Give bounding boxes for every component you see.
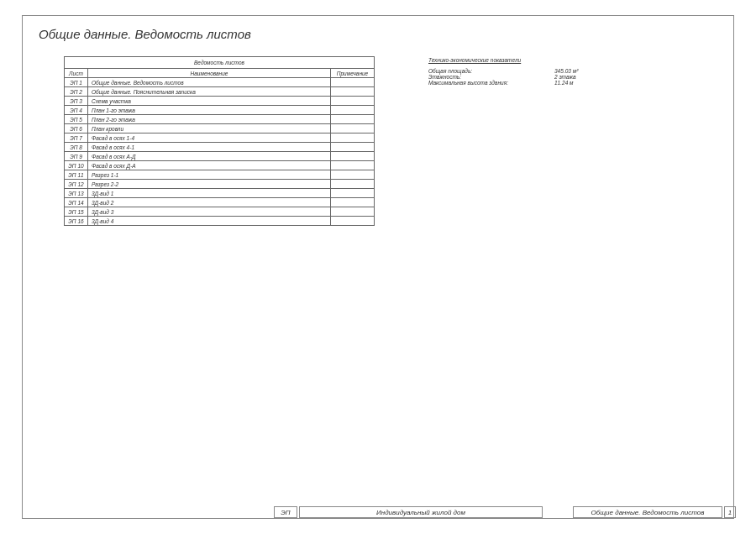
- cell-num: ЭП 7: [65, 134, 88, 143]
- cell-name: Разрез 2-2: [87, 180, 330, 189]
- table-row: ЭП 10Фасад в осях Д-А: [65, 161, 375, 170]
- cell-note: [331, 161, 375, 170]
- tech-indicators: Технико-экономические показатели Общая п…: [428, 57, 605, 86]
- footer-page: 1: [724, 506, 736, 518]
- cell-num: ЭП 14: [65, 198, 88, 207]
- table-row: ЭП 11Разрез 1-1: [65, 170, 375, 180]
- tech-row: Максимальная высота здания:11.24 м: [428, 80, 605, 86]
- cell-note: [331, 134, 375, 143]
- cell-name: План 1-го этажа: [87, 106, 330, 115]
- cell-num: ЭП 5: [65, 115, 88, 124]
- cell-note: [331, 115, 375, 124]
- table-row: ЭП 8Фасад в осях 4-1: [65, 143, 375, 152]
- tech-label: Максимальная высота здания:: [428, 80, 554, 86]
- table-header-row: Лист Наименование Примечание: [65, 69, 375, 78]
- col-header-note: Примечание: [331, 69, 375, 78]
- table-row: ЭП 3Схема участка: [65, 97, 375, 106]
- cell-note: [331, 143, 375, 152]
- cell-name: План кровли: [87, 124, 330, 134]
- col-header-name: Наименование: [87, 69, 330, 78]
- cell-note: [331, 189, 375, 198]
- cell-num: ЭП 8: [65, 143, 88, 152]
- tech-label: Этажность:: [428, 74, 554, 80]
- cell-note: [331, 78, 375, 87]
- tech-title: Технико-экономические показатели: [428, 57, 605, 63]
- cell-name: Разрез 1-1: [87, 170, 330, 180]
- col-header-num: Лист: [65, 69, 88, 78]
- cell-num: ЭП 12: [65, 180, 88, 189]
- tech-value: 345.03 м²: [554, 68, 605, 74]
- cell-note: [331, 106, 375, 115]
- cell-name: Общие данные. Пояснительная записка: [87, 87, 330, 97]
- cell-name: Общие данные. Ведомость листов: [87, 78, 330, 87]
- tech-value: 2 этажа: [554, 74, 605, 80]
- tech-value: 11.24 м: [554, 80, 605, 86]
- cell-num: ЭП 10: [65, 161, 88, 170]
- table-row: ЭП 2Общие данные. Пояснительная записка: [65, 87, 375, 97]
- cell-name: Фасад в осях Д-А: [87, 161, 330, 170]
- cell-name: 3Д-вид 4: [87, 217, 330, 226]
- cell-note: [331, 97, 375, 106]
- sheet-list-table: Ведомость листов Лист Наименование Приме…: [64, 56, 375, 226]
- cell-num: ЭП 6: [65, 124, 88, 134]
- table-caption-row: Ведомость листов: [65, 57, 375, 69]
- table-row: ЭП 4План 1-го этажа: [65, 106, 375, 115]
- cell-name: План 2-го этажа: [87, 115, 330, 124]
- table-row: ЭП 163Д-вид 4: [65, 217, 375, 226]
- tech-row: Этажность:2 этажа: [428, 74, 605, 80]
- title-block-footer: ЭП Индивидуальный жилой дом Общие данные…: [0, 506, 756, 518]
- table-caption: Ведомость листов: [65, 57, 375, 69]
- table-row: ЭП 7Фасад в осях 1-4: [65, 134, 375, 143]
- cell-num: ЭП 2: [65, 87, 88, 97]
- table-row: ЭП 9Фасад в осях А-Д: [65, 152, 375, 161]
- table-row: ЭП 1Общие данные. Ведомость листов: [65, 78, 375, 87]
- cell-note: [331, 180, 375, 189]
- cell-num: ЭП 1: [65, 78, 88, 87]
- table-row: ЭП 133Д-вид 1: [65, 189, 375, 198]
- table-row: ЭП 143Д-вид 2: [65, 198, 375, 207]
- cell-name: 3Д-вид 1: [87, 189, 330, 198]
- page-title: Общие данные. Ведомость листов: [39, 27, 251, 41]
- cell-num: ЭП 9: [65, 152, 88, 161]
- cell-note: [331, 124, 375, 134]
- table-row: ЭП 12Разрез 2-2: [65, 180, 375, 189]
- tech-row: Общая площадь:345.03 м²: [428, 68, 605, 74]
- cell-note: [331, 207, 375, 217]
- cell-note: [331, 198, 375, 207]
- cell-note: [331, 170, 375, 180]
- cell-name: Фасад в осях 4-1: [87, 143, 330, 152]
- cell-name: 3Д-вид 3: [87, 207, 330, 217]
- cell-num: ЭП 13: [65, 189, 88, 198]
- cell-name: Фасад в осях А-Д: [87, 152, 330, 161]
- table-row: ЭП 153Д-вид 3: [65, 207, 375, 217]
- cell-num: ЭП 15: [65, 207, 88, 217]
- footer-sheet-name: Общие данные. Ведомость листов: [573, 506, 722, 518]
- cell-note: [331, 217, 375, 226]
- cell-num: ЭП 16: [65, 217, 88, 226]
- cell-note: [331, 152, 375, 161]
- cell-num: ЭП 4: [65, 106, 88, 115]
- table-row: ЭП 6План кровли: [65, 124, 375, 134]
- table-row: ЭП 5План 2-го этажа: [65, 115, 375, 124]
- tech-label: Общая площадь:: [428, 68, 554, 74]
- cell-num: ЭП 3: [65, 97, 88, 106]
- footer-project: Индивидуальный жилой дом: [299, 506, 543, 518]
- cell-name: 3Д-вид 2: [87, 198, 330, 207]
- cell-name: Фасад в осях 1-4: [87, 134, 330, 143]
- cell-name: Схема участка: [87, 97, 330, 106]
- cell-num: ЭП 11: [65, 170, 88, 180]
- footer-code: ЭП: [274, 506, 297, 518]
- cell-note: [331, 87, 375, 97]
